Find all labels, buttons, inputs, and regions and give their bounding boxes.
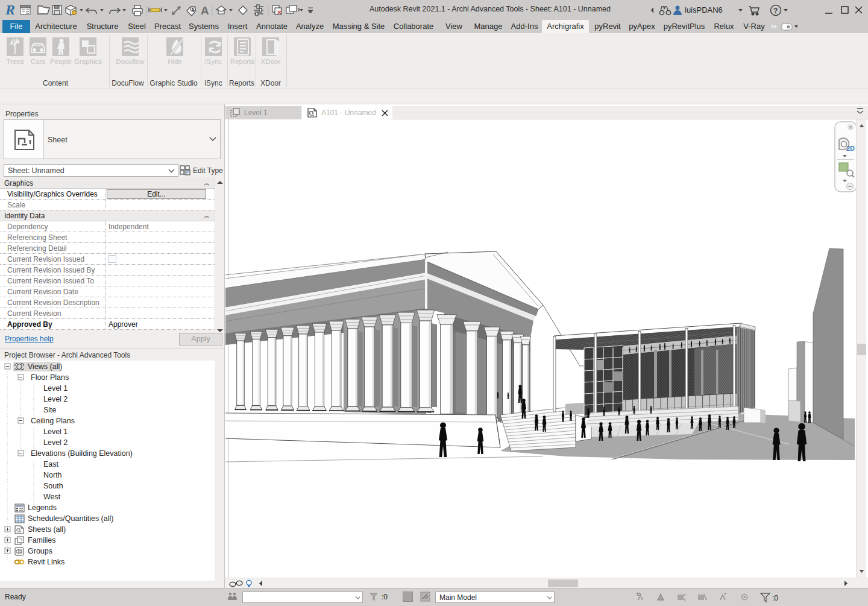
- svg-text:Level 2: Level 2: [43, 438, 68, 447]
- svg-text:Legends: Legends: [28, 503, 57, 512]
- svg-text:Schedules/Quantities (all): Schedules/Quantities (all): [28, 514, 113, 523]
- svg-text:East: East: [43, 460, 59, 469]
- svg-text:A: A: [201, 4, 209, 17]
- svg-text::0: :0: [772, 594, 778, 602]
- svg-text:Revit Links: Revit Links: [28, 558, 64, 566]
- svg-text:Sheets (all): Sheets (all): [28, 525, 66, 534]
- svg-text:1: 1: [192, 7, 194, 11]
- svg-text:South: South: [43, 482, 63, 490]
- svg-text:Level 2: Level 2: [43, 395, 68, 403]
- svg-text:2D: 2D: [846, 145, 855, 152]
- svg-text:R: R: [5, 2, 15, 17]
- svg-text:Elevations (Building Elevation: Elevations (Building Elevation): [31, 449, 133, 458]
- svg-text:Level 1: Level 1: [43, 384, 68, 393]
- svg-text:Ceiling Plans: Ceiling Plans: [31, 417, 75, 425]
- svg-text:luisPDAN6: luisPDAN6: [685, 5, 723, 14]
- svg-text:Site: Site: [43, 406, 57, 414]
- svg-text:Groups: Groups: [28, 547, 52, 555]
- svg-text:North: North: [43, 471, 62, 479]
- svg-text:West: West: [43, 493, 61, 501]
- svg-text:Views (all): Views (all): [28, 362, 62, 371]
- svg-text:Level 1: Level 1: [43, 428, 68, 436]
- svg-text:Floor Plans: Floor Plans: [31, 373, 69, 382]
- svg-text:?: ?: [773, 7, 778, 15]
- svg-text:Families: Families: [28, 536, 56, 544]
